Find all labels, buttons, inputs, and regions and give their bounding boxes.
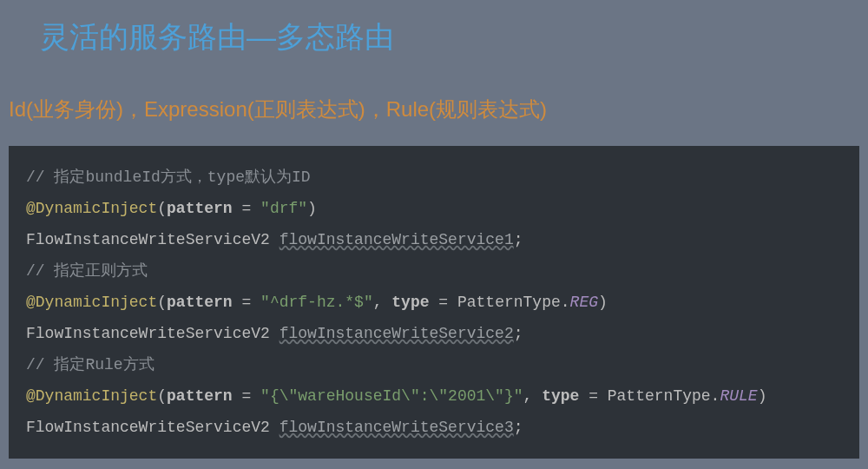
code-line: @DynamicInject(pattern = "drf") (26, 193, 842, 224)
paren-open: ( (157, 200, 167, 217)
paren-close: ) (598, 294, 608, 311)
semicolon: ; (514, 419, 523, 436)
slide-subtitle: Id(业务身份)，Expression(正则表达式)，Rule(规则表达式) (0, 57, 868, 123)
annotation-name: @DynamicInject (26, 200, 157, 217)
paren-open: ( (157, 387, 167, 405)
code-line: FlowInstanceWriteServiceV2 flowInstanceW… (26, 224, 842, 255)
equals: = (233, 200, 260, 217)
code-line: FlowInstanceWriteServiceV2 flowInstanceW… (26, 318, 842, 349)
param-type: type (391, 294, 429, 311)
code-comment: // 指定正则方式 (26, 262, 148, 280)
annotation-name: @DynamicInject (26, 387, 157, 405)
paren-open: ( (157, 294, 167, 311)
dot: . (711, 387, 720, 405)
param-pattern: pattern (167, 200, 233, 217)
enum-type: PatternType (608, 387, 711, 405)
code-block: // 指定bundleId方式，type默认为ID @DynamicInject… (9, 146, 859, 459)
equals: = (430, 294, 457, 311)
paren-close: ) (307, 200, 317, 217)
comma: , (373, 294, 392, 311)
variable-name: flowInstanceWriteService1 (279, 231, 514, 248)
enum-constant: REG (570, 294, 598, 311)
string-literal: "drf" (260, 200, 307, 217)
semicolon: ; (514, 231, 523, 248)
param-pattern: pattern (167, 387, 233, 405)
code-comment: // 指定bundleId方式，type默认为ID (26, 168, 311, 186)
slide: 灵活的服务路由—多态路由 Id(业务身份)，Expression(正则表达式)，… (0, 0, 868, 469)
equals: = (233, 387, 260, 405)
equals: = (233, 294, 260, 311)
code-line: // 指定bundleId方式，type默认为ID (26, 162, 842, 193)
code-comment: // 指定Rule方式 (26, 356, 155, 373)
comma: , (523, 387, 542, 405)
variable-name: flowInstanceWriteService2 (279, 325, 514, 342)
code-line: // 指定Rule方式 (26, 349, 842, 380)
enum-constant: RULE (720, 387, 757, 405)
equals: = (579, 387, 607, 405)
type-name: FlowInstanceWriteServiceV2 (26, 419, 270, 436)
code-line: @DynamicInject(pattern = "{\"wareHouseId… (26, 380, 842, 412)
string-literal: "^drf-hz.*$" (260, 294, 373, 311)
string-literal: "{\"wareHouseId\":\"2001\"}" (260, 387, 523, 405)
code-line: FlowInstanceWriteServiceV2 flowInstanceW… (26, 412, 842, 443)
variable-name: flowInstanceWriteService3 (279, 419, 514, 436)
param-pattern: pattern (167, 294, 233, 311)
semicolon: ; (514, 325, 523, 342)
code-line: // 指定正则方式 (26, 255, 842, 287)
slide-title: 灵活的服务路由—多态路由 (0, 0, 868, 57)
annotation-name: @DynamicInject (26, 294, 157, 311)
dot: . (561, 294, 570, 311)
type-name: FlowInstanceWriteServiceV2 (26, 231, 270, 248)
type-name: FlowInstanceWriteServiceV2 (26, 325, 270, 342)
enum-type: PatternType (457, 294, 561, 311)
param-type: type (542, 387, 579, 405)
paren-close: ) (758, 387, 767, 405)
code-line: @DynamicInject(pattern = "^drf-hz.*$", t… (26, 287, 842, 318)
